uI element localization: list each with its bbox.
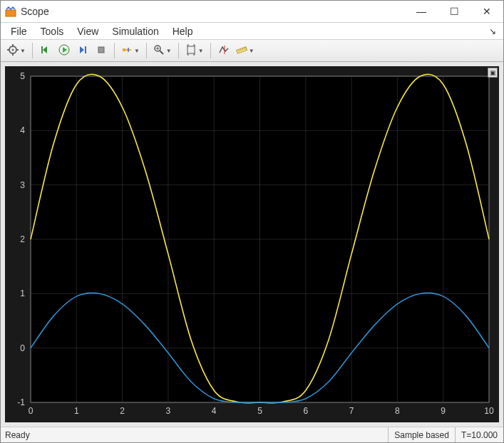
menu-view[interactable]: View [71, 24, 104, 38]
toolbar-separator [114, 43, 115, 58]
svg-text:4: 4 [20, 125, 25, 135]
svg-rect-23 [236, 46, 247, 53]
autoscale-button[interactable]: ▼ [183, 42, 206, 59]
svg-text:1: 1 [20, 288, 25, 298]
svg-text:0: 0 [20, 343, 25, 353]
plot-area[interactable]: 012345678910-1012345 ▣ [5, 66, 499, 422]
menu-help[interactable]: Help [167, 24, 199, 38]
svg-text:2: 2 [120, 406, 125, 416]
svg-line-18 [160, 51, 163, 54]
menu-simulation[interactable]: Simulation [106, 24, 164, 38]
step-forward-icon [77, 44, 88, 58]
toolbar-separator [146, 43, 147, 58]
toolbar-separator [210, 43, 211, 58]
chevron-down-icon: ▼ [198, 48, 204, 54]
gear-icon [7, 44, 19, 58]
chevron-down-icon: ▼ [166, 48, 172, 54]
chevron-down-icon: ▼ [134, 48, 140, 54]
toolbar-separator [178, 43, 179, 58]
zoom-button[interactable]: ▼ [151, 42, 174, 59]
minimize-button[interactable]: — [405, 1, 438, 22]
chevron-down-icon: ▼ [20, 48, 26, 54]
plot-maximize-icon[interactable]: ▣ [488, 68, 498, 78]
step-forward-button[interactable] [74, 42, 91, 59]
svg-rect-12 [85, 46, 86, 53]
play-icon [58, 44, 70, 58]
status-time: T=10.000 [455, 427, 503, 443]
cursor-button[interactable] [215, 42, 232, 59]
svg-rect-8 [41, 46, 43, 53]
configure-button[interactable]: ▼ [5, 42, 28, 59]
svg-rect-13 [98, 47, 104, 53]
chevron-down-icon: ▼ [249, 48, 254, 54]
menu-file[interactable]: File [5, 24, 33, 38]
ruler-icon [236, 44, 247, 58]
svg-text:-1: -1 [17, 397, 25, 407]
svg-text:5: 5 [257, 406, 262, 416]
close-button[interactable]: ✕ [470, 1, 503, 22]
measurements-button[interactable]: ▼ [234, 42, 257, 59]
svg-point-2 [12, 48, 14, 51]
svg-text:8: 8 [395, 406, 400, 416]
toolbar: ▼ ▼ ▼ ▼ ▼ [1, 39, 503, 62]
signal-icon [121, 44, 133, 58]
svg-marker-7 [43, 46, 47, 53]
statusbar: Ready Sample based T=10.000 [1, 427, 503, 442]
cursor-icon [218, 44, 230, 58]
step-back-button[interactable] [37, 42, 54, 59]
svg-text:1: 1 [74, 406, 79, 416]
svg-rect-21 [187, 46, 195, 53]
svg-text:3: 3 [20, 180, 25, 190]
titlebar: Scope — ☐ ✕ [1, 1, 503, 22]
autoscale-icon [185, 44, 197, 58]
svg-marker-10 [63, 47, 67, 53]
svg-text:3: 3 [166, 406, 171, 416]
svg-rect-0 [6, 10, 16, 16]
svg-text:7: 7 [349, 406, 354, 416]
menubar-overflow-icon[interactable]: ↘ [489, 26, 499, 36]
scope-plot: 012345678910-1012345 [5, 66, 499, 422]
maximize-button[interactable]: ☐ [438, 1, 470, 22]
svg-rect-14 [123, 48, 125, 51]
status-sample-mode: Sample based [388, 427, 455, 443]
window-title: Scope [21, 6, 49, 17]
menu-tools[interactable]: Tools [35, 24, 70, 38]
menubar: File Tools View Simulation Help ↘ [1, 22, 503, 39]
status-ready: Ready [1, 430, 34, 440]
highlight-button[interactable]: ▼ [119, 42, 142, 59]
svg-text:10: 10 [484, 406, 494, 416]
svg-text:0: 0 [29, 406, 34, 416]
svg-marker-11 [80, 46, 84, 53]
svg-text:2: 2 [20, 234, 25, 244]
zoom-icon [153, 44, 165, 58]
svg-text:4: 4 [212, 406, 217, 416]
run-button[interactable] [56, 42, 73, 59]
plot-container: 012345678910-1012345 ▣ [1, 62, 503, 427]
toolbar-separator [32, 43, 33, 58]
app-icon [5, 6, 16, 17]
stop-button[interactable] [93, 42, 110, 59]
svg-text:9: 9 [441, 406, 446, 416]
step-back-icon [40, 44, 51, 58]
svg-text:6: 6 [303, 406, 308, 416]
stop-icon [96, 44, 107, 58]
svg-text:5: 5 [20, 71, 25, 81]
